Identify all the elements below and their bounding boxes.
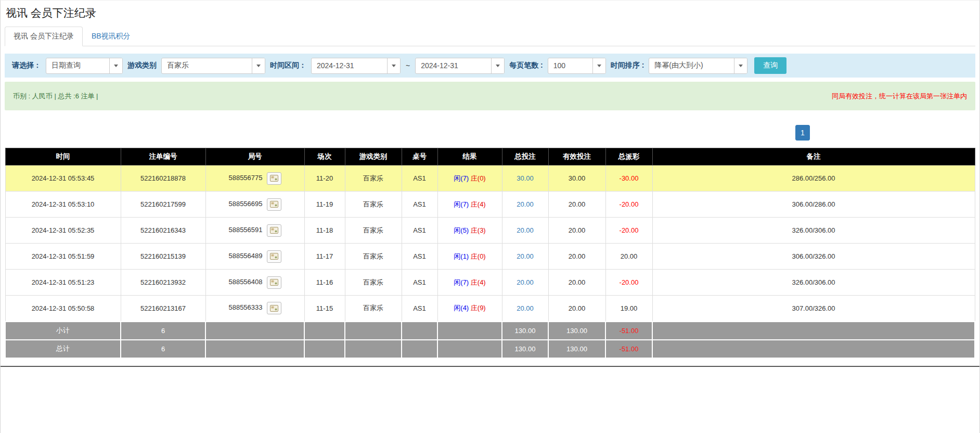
chevron-down-icon: [252, 58, 265, 73]
cell-time: 2024-12-31 05:50:58: [5, 296, 121, 322]
cell-game-type: 百家乐: [345, 192, 402, 218]
date-from-input[interactable]: 2024-12-31: [311, 58, 401, 74]
filter-bar: 请选择： 日期查询 游戏类别 百家乐 时间区间： 2024-12-31 ~ 20…: [5, 54, 975, 78]
cell-payout: -20.00: [605, 218, 652, 244]
cell-valid-bet: 20.00: [548, 270, 605, 296]
video-replay-button[interactable]: [267, 302, 281, 314]
total-total-bet: 130.00: [502, 340, 548, 358]
cell-bet-id: 522160216343: [121, 218, 205, 244]
cell-session: 11-20: [304, 165, 345, 192]
round-id: 588556695: [228, 200, 262, 208]
total-bet-link[interactable]: 20.00: [517, 252, 534, 260]
cell-valid-bet: 20.00: [548, 296, 605, 322]
cell-remark: 286.00/256.00: [652, 165, 975, 192]
page-1-button[interactable]: 1: [795, 125, 810, 141]
header-bet-id: 注单编号: [121, 148, 205, 165]
total-bet-link[interactable]: 30.00: [517, 174, 534, 182]
result-player: 闲(7): [454, 174, 469, 182]
total-bet-link[interactable]: 20.00: [517, 278, 534, 286]
cell-session: 11-16: [304, 270, 345, 296]
header-table-no: 桌号: [402, 148, 437, 165]
cell-valid-bet: 20.00: [548, 218, 605, 244]
video-replay-button[interactable]: [267, 172, 281, 185]
round-id: 588556333: [228, 304, 262, 312]
cell-game-type: 百家乐: [345, 218, 402, 244]
payout-value: 19.00: [621, 304, 638, 312]
date-type-value: 日期查询: [46, 58, 109, 73]
round-id: 588556408: [228, 278, 262, 286]
video-icon: [270, 253, 278, 260]
cell-total-bet: 20.00: [502, 218, 548, 244]
total-row: 总计 6 130.00 130.00 -51.00: [5, 340, 975, 358]
cell-game-type: 百家乐: [345, 270, 402, 296]
cell-session: 11-15: [304, 296, 345, 322]
cell-time: 2024-12-31 05:53:45: [5, 165, 121, 192]
video-replay-button[interactable]: [267, 224, 281, 237]
tab-bar: 视讯 会员下注纪录 BB视讯积分: [5, 27, 975, 46]
total-count: 6: [121, 340, 205, 358]
table-row: 2024-12-31 05:51:59 522160215139 5885564…: [5, 244, 975, 270]
subtotal-row: 小计 6 130.00 130.00 -51.00: [5, 322, 975, 340]
chevron-down-icon: [387, 58, 400, 73]
cell-session: 11-17: [304, 244, 345, 270]
cell-result: 闲(4) 庄(9): [437, 296, 502, 322]
tab-bb-video-points[interactable]: BB视讯积分: [83, 27, 139, 46]
cell-total-bet: 30.00: [502, 165, 548, 192]
cell-total-bet: 20.00: [502, 270, 548, 296]
game-type-value: 百家乐: [162, 58, 252, 73]
game-type-select[interactable]: 百家乐: [161, 58, 265, 74]
date-to-value: 2024-12-31: [416, 58, 491, 73]
cell-remark: 306.00/326.00: [652, 244, 975, 270]
total-bet-link[interactable]: 20.00: [517, 304, 534, 312]
header-round-id: 局号: [205, 148, 304, 165]
range-separator: ~: [405, 61, 410, 70]
header-valid-bet: 有效投注: [548, 148, 605, 165]
cell-result: 闲(7) 庄(4): [437, 192, 502, 218]
round-id: 588556489: [228, 252, 262, 260]
tab-betting-records[interactable]: 视讯 会员下注纪录: [5, 27, 83, 46]
cell-round-id: 588556333: [205, 296, 304, 322]
cell-remark: 326.00/306.00: [652, 218, 975, 244]
video-replay-button[interactable]: [267, 198, 281, 211]
cell-round-id: 588556695: [205, 192, 304, 218]
cell-remark: 326.00/306.00: [652, 270, 975, 296]
result-banker: 庄(0): [471, 252, 486, 260]
cell-result: 闲(5) 庄(3): [437, 218, 502, 244]
date-to-input[interactable]: 2024-12-31: [415, 58, 505, 74]
table-row: 2024-12-31 05:53:10 522160217599 5885566…: [5, 192, 975, 218]
valid-bet-notice: 同局有效投注，统一计算在该局第一张注单内: [832, 92, 967, 101]
total-payout: -51.00: [605, 340, 652, 358]
page-container: 视讯 会员下注纪录 视讯 会员下注纪录 BB视讯积分 请选择： 日期查询 游戏类…: [0, 0, 980, 433]
chevron-down-icon: [109, 58, 122, 73]
video-icon: [270, 279, 278, 286]
video-replay-button[interactable]: [267, 250, 281, 263]
cell-table-no: AS1: [402, 296, 437, 322]
cell-result: 闲(1) 庄(0): [437, 244, 502, 270]
subtotal-payout: -51.00: [605, 322, 652, 340]
pagination: 1: [5, 125, 975, 141]
header-session: 场次: [304, 148, 345, 165]
result-player: 闲(7): [454, 278, 469, 286]
cell-total-bet: 20.00: [502, 296, 548, 322]
header-remark: 备注: [652, 148, 975, 165]
header-time: 时间: [5, 148, 121, 165]
payout-value: -20.00: [620, 200, 639, 208]
cell-valid-bet: 20.00: [548, 192, 605, 218]
per-page-select[interactable]: 100: [548, 58, 606, 74]
cell-session: 11-19: [304, 192, 345, 218]
cell-payout: -30.00: [605, 165, 652, 192]
cell-bet-id: 522160213167: [121, 296, 205, 322]
cell-bet-id: 522160218878: [121, 165, 205, 192]
result-banker: 庄(0): [471, 174, 486, 182]
date-type-select[interactable]: 日期查询: [46, 58, 123, 74]
time-sort-select[interactable]: 降幂(由大到小): [649, 58, 747, 74]
per-page-label: 每页笔数 :: [509, 61, 543, 70]
select-type-label: 请选择：: [12, 61, 41, 70]
header-game-type: 游戏类别: [345, 148, 402, 165]
video-replay-button[interactable]: [267, 276, 281, 289]
total-bet-link[interactable]: 20.00: [517, 226, 534, 234]
cell-remark: 307.00/326.00: [652, 296, 975, 322]
total-bet-link[interactable]: 20.00: [517, 200, 534, 208]
cell-time: 2024-12-31 05:53:10: [5, 192, 121, 218]
query-button[interactable]: 查询: [754, 57, 786, 74]
